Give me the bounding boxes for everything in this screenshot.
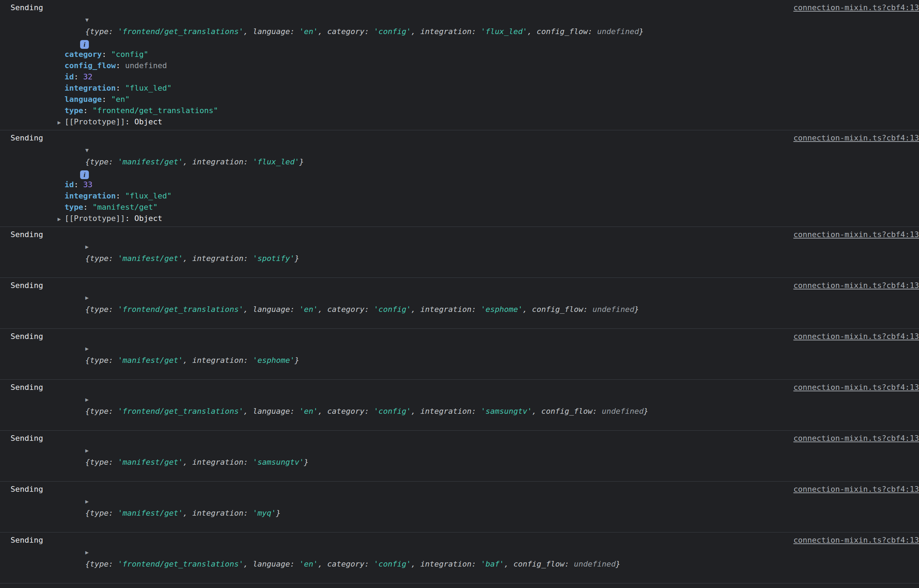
expand-arrow-icon[interactable]: ▶ xyxy=(86,292,93,304)
source-location-link[interactable]: connection-mixin.ts?cbf4:13 xyxy=(793,381,919,393)
preview-value: 'myq' xyxy=(253,509,276,517)
property-value: 33 xyxy=(83,180,93,189)
preview-key: integration xyxy=(192,157,244,166)
console-message-row: Sending ▶ {type: 'manifest/get', integra… xyxy=(0,481,919,533)
object-property: id: 32 xyxy=(48,71,644,82)
preview-key: integration xyxy=(420,305,472,314)
preview-value: 'config' xyxy=(374,407,411,415)
console-message-row: Sending ▶ {type: 'manifest/get', integra… xyxy=(0,583,919,588)
object-preview-line: ▶ {type: 'frontend/get_translations', la… xyxy=(48,381,649,428)
logged-object: ▶ {type: 'frontend/get_translations', la… xyxy=(48,381,649,428)
preview-value: 'frontend/get_translations' xyxy=(118,559,244,568)
preview-key: language xyxy=(253,305,290,314)
preview-value: 'frontend/get_translations' xyxy=(118,407,244,415)
expanded-object-tree: id: 33integration: "flux_led"type: "mani… xyxy=(48,179,304,225)
object-preview-line: ▼ {type: 'frontend/get_translations', la… xyxy=(48,2,644,49)
object-property: language: "en" xyxy=(48,94,644,105)
preview-value: 'flux_led' xyxy=(481,27,527,36)
preview-value: 'manifest/get' xyxy=(118,254,183,263)
preview-value: 'flux_led' xyxy=(253,157,299,166)
source-location-link[interactable]: connection-mixin.ts?cbf4:13 xyxy=(793,483,919,495)
property-value: "frontend/get_translations" xyxy=(92,106,218,115)
object-preview[interactable]: {type: 'manifest/get', integration: 'sam… xyxy=(86,458,309,467)
object-preview[interactable]: {type: 'frontend/get_translations', lang… xyxy=(86,407,649,415)
object-property: category: "config" xyxy=(48,49,644,60)
console-message-row: Sending ▼ {type: 'frontend/get_translati… xyxy=(0,0,919,130)
expand-arrow-icon[interactable]: ▶ xyxy=(58,117,65,128)
preview-value: 'config' xyxy=(374,559,411,568)
property-name: id xyxy=(65,73,74,81)
preview-value: 'frontend/get_translations' xyxy=(118,305,244,314)
logged-object: ▼ {type: 'frontend/get_translations', la… xyxy=(48,2,644,128)
object-preview-line: ▶ {type: 'manifest/get', integration: 's… xyxy=(48,229,299,276)
expand-arrow-icon[interactable]: ▶ xyxy=(86,546,93,558)
object-preview[interactable]: {type: 'frontend/get_translations', lang… xyxy=(86,305,639,314)
console-message-row: Sending ▶ {type: 'manifest/get', integra… xyxy=(0,227,919,278)
info-icon[interactable]: i xyxy=(80,40,89,49)
source-location-link[interactable]: connection-mixin.ts?cbf4:13 xyxy=(793,279,919,291)
preview-key: config_flow xyxy=(537,27,588,36)
expand-arrow-icon[interactable]: ▶ xyxy=(86,394,93,405)
preview-value: 'en' xyxy=(299,407,318,415)
source-location-link[interactable]: connection-mixin.ts?cbf4:13 xyxy=(793,432,919,444)
object-preview-line: ▶ {type: 'manifest/get', integration: 's… xyxy=(48,432,309,480)
source-location-link[interactable]: connection-mixin.ts?cbf4:13 xyxy=(793,229,919,240)
console-message-row: Sending ▶ {type: 'frontend/get_translati… xyxy=(0,380,919,431)
object-preview[interactable]: {type: 'manifest/get', integration: 'esp… xyxy=(86,356,299,365)
preview-key: language xyxy=(253,559,290,568)
preview-key: type xyxy=(90,509,108,517)
preview-key: language xyxy=(253,407,290,415)
source-location-link[interactable]: connection-mixin.ts?cbf4:13 xyxy=(793,585,919,588)
object-preview[interactable]: {type: 'frontend/get_translations', lang… xyxy=(86,27,644,36)
object-property: id: 33 xyxy=(48,179,304,191)
log-text: Sending xyxy=(11,229,43,240)
preview-key: type xyxy=(90,559,108,568)
preview-value: 'manifest/get' xyxy=(118,509,183,517)
property-name: integration xyxy=(65,84,116,92)
prototype-row[interactable]: ▶[[Prototype]]: Object xyxy=(48,213,304,225)
prototype-value: Object xyxy=(134,214,162,223)
object-preview-line: ▶ {type: 'frontend/get_translations', la… xyxy=(48,279,639,327)
log-text: Sending xyxy=(11,279,43,291)
preview-value: 'config' xyxy=(374,305,411,314)
source-location-link[interactable]: connection-mixin.ts?cbf4:13 xyxy=(793,534,919,546)
preview-value: 'samsungtv' xyxy=(481,407,532,415)
preview-key: config_flow xyxy=(541,407,593,415)
log-text: Sending xyxy=(11,331,43,342)
object-preview-line: ▶ {type: 'manifest/get', integration: 'm… xyxy=(48,483,281,530)
expand-arrow-icon[interactable]: ▶ xyxy=(58,213,65,225)
log-text: Sending xyxy=(11,432,43,444)
expand-arrow-icon[interactable]: ▶ xyxy=(86,241,93,252)
object-property: type: "frontend/get_translations" xyxy=(48,105,644,116)
object-preview[interactable]: {type: 'manifest/get', integration: 'myq… xyxy=(86,509,281,517)
object-preview[interactable]: {type: 'manifest/get', integration: 'flu… xyxy=(86,157,304,166)
prototype-row[interactable]: ▶[[Prototype]]: Object xyxy=(48,116,644,128)
preview-key: integration xyxy=(192,254,244,263)
logged-object: ▶ {type: 'manifest/get', integration: 's… xyxy=(48,432,309,480)
preview-value: undefined xyxy=(602,407,644,415)
source-location-link[interactable]: connection-mixin.ts?cbf4:13 xyxy=(793,2,919,13)
log-text: Sending xyxy=(11,2,43,13)
preview-key: integration xyxy=(420,407,472,415)
expand-arrow-icon[interactable]: ▼ xyxy=(86,14,93,26)
info-icon[interactable]: i xyxy=(80,170,89,179)
console-message-row: Sending ▶ {type: 'manifest/get', integra… xyxy=(0,431,919,481)
log-text: Sending xyxy=(11,534,43,546)
source-location-link[interactable]: connection-mixin.ts?cbf4:13 xyxy=(793,331,919,342)
preview-value: 'config' xyxy=(374,27,411,36)
object-property: integration: "flux_led" xyxy=(48,82,644,94)
preview-key: integration xyxy=(192,356,244,365)
preview-value: 'baf' xyxy=(481,559,504,568)
expand-arrow-icon[interactable]: ▶ xyxy=(86,343,93,354)
expand-arrow-icon[interactable]: ▶ xyxy=(86,445,93,456)
source-location-link[interactable]: connection-mixin.ts?cbf4:13 xyxy=(793,132,919,144)
property-value: "en" xyxy=(111,95,130,103)
object-preview[interactable]: {type: 'frontend/get_translations', lang… xyxy=(86,559,620,568)
logged-object: ▶ {type: 'frontend/get_translations', la… xyxy=(48,534,620,582)
object-preview[interactable]: {type: 'manifest/get', integration: 'spo… xyxy=(86,254,299,263)
preview-key: config_flow xyxy=(532,305,583,314)
expand-arrow-icon[interactable]: ▶ xyxy=(86,496,93,507)
preview-value: 'frontend/get_translations' xyxy=(118,27,244,36)
preview-key: type xyxy=(90,356,108,365)
expand-arrow-icon[interactable]: ▼ xyxy=(86,144,93,156)
